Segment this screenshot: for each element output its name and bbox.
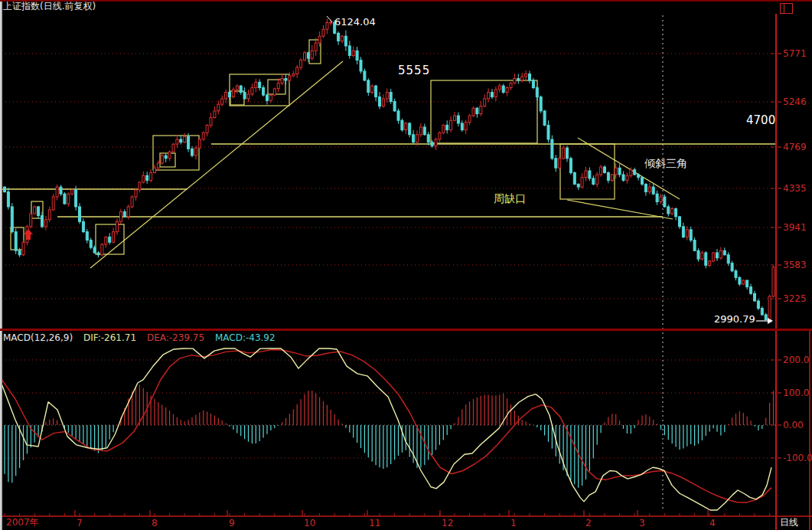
price-axis-label: 4335 xyxy=(783,183,807,194)
stock-app-window: 上证指数(日线.前复权) 6124.04 5555 4700 周缺口 倾斜三角 … xyxy=(0,0,812,530)
level-4700-label: 4700 xyxy=(746,114,775,127)
x-axis-month-label: 9 xyxy=(229,518,235,528)
x-axis-month-label: 4 xyxy=(709,518,716,528)
price-axis-label: 4769 xyxy=(783,142,807,152)
price-axis-label: 3583 xyxy=(783,260,807,270)
x-axis-month-label: 11 xyxy=(369,518,380,528)
inclined-triangle-label: 倾斜三角 xyxy=(644,158,687,169)
x-axis-month-label: 8 xyxy=(152,518,158,528)
pane-separator xyxy=(0,329,812,331)
price-axis-label: 5246 xyxy=(783,97,807,107)
price-axis-label: 5771 xyxy=(783,48,807,59)
restore-window-icon[interactable] xyxy=(780,3,793,14)
macd-axis-label: 100.0 xyxy=(783,388,809,398)
x-axis-month-label: 2 xyxy=(585,518,592,528)
macd-dif-value: DIF:-261.71 xyxy=(83,332,136,343)
trough-price-label: 2990.79 xyxy=(714,314,755,325)
price-axis-label: 3941 xyxy=(783,222,807,233)
peak-price-label: 6124.04 xyxy=(334,17,376,28)
period-daily-label[interactable]: 日线 xyxy=(780,518,798,528)
x-axis-month-label: 3 xyxy=(639,518,645,528)
x-axis-month-label: 7 xyxy=(77,518,83,528)
x-axis-month-label: 1 xyxy=(510,518,517,528)
x-axis-month-label: 12 xyxy=(442,518,453,528)
macd-axis-label: 200.0 xyxy=(783,355,809,365)
macd-bar-value: MACD:-43.92 xyxy=(215,332,276,343)
macd-axis-label: -100.0 xyxy=(783,453,812,463)
window-top-border xyxy=(0,0,812,2)
chart-title: 上证指数(日线.前复权) xyxy=(3,2,96,11)
weekly-gap-label: 周缺口 xyxy=(494,193,526,204)
macd-axis-label: 0.00 xyxy=(783,420,804,430)
price-axis-label: 3225 xyxy=(783,293,807,304)
macd-dea-value: DEA:-239.75 xyxy=(147,332,204,343)
level-5555-label: 5555 xyxy=(398,64,430,77)
x-axis-year-label: 2007年 xyxy=(6,518,39,528)
candlestick-macd-chart[interactable] xyxy=(0,0,812,530)
x-axis-month-label: 10 xyxy=(304,518,315,528)
macd-indicator-name: MACD(12,26,9) xyxy=(3,332,73,343)
macd-header: MACD(12,26,9) DIF:-261.71 DEA:-239.75 MA… xyxy=(3,333,283,343)
window-left-edge xyxy=(0,0,2,530)
